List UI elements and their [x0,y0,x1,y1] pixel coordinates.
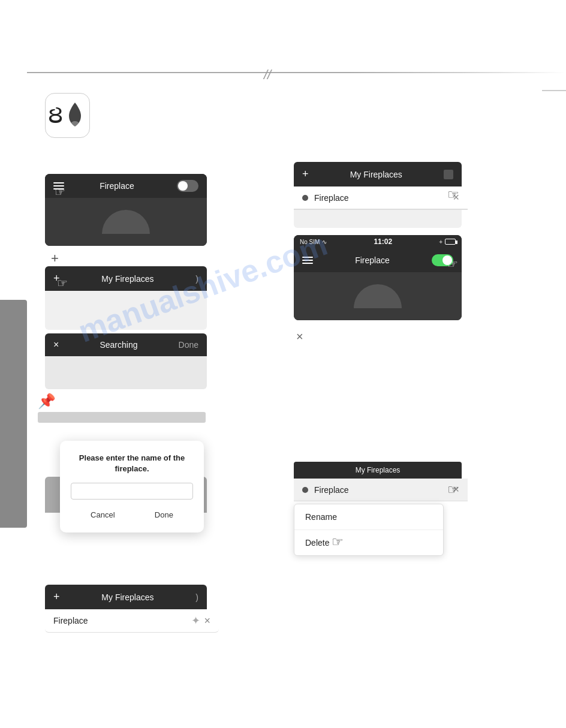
cursor-on-hamburger: ☞ [55,185,65,199]
searching-panel: × Searching Done [45,333,219,389]
semicircle-top [102,210,150,234]
cursor-on-br-fp-close: ☞ [447,482,459,498]
right-mf-panel-top: + My Fireplaces Fireplace × ☞ [294,162,468,228]
right-hamburger[interactable] [302,257,313,264]
battery-icon [445,239,456,245]
fireplace-loading-name: Fireplace [53,616,191,625]
bottom-right-fp-item[interactable]: Fireplace × [294,479,468,501]
mf-plus-btn-2[interactable]: + [53,591,60,603]
delete-menu-item[interactable]: Delete ☞ [294,530,443,555]
partial-mf-title: My Fireplaces [302,466,453,474]
context-menu-wrapper: Rename Delete ☞ [294,504,468,556]
right-mf-corner [444,170,453,179]
semicircle-right [354,284,402,308]
right-phone-time: 11:02 [327,237,439,246]
cursor-on-delete: ☞ [332,534,344,550]
right-status-bar: No SIM ∿ 11:02 + [294,235,462,248]
add-fireplace-button[interactable]: + [51,251,59,266]
cursor-on-fp-close: ☞ [447,187,459,203]
dialog-wrapper: Please enter the name of the fireplace. … [45,441,219,533]
right-column: + My Fireplaces Fireplace × ☞ No SIM ∿ 1… [294,162,468,344]
slash-decoration: // [264,67,271,83]
right-mf-title: My Fireplaces [309,170,444,179]
anchor-icon: 📌 [38,393,56,409]
mf-title-2: My Fireplaces [60,592,196,602]
anchor-area: 📌 [38,393,219,423]
right-phone-header: Fireplace ☞ [294,248,462,272]
wifi-icon: ∿ [322,239,327,245]
delete-label: Delete [305,538,329,547]
fireplace-list-empty-1 [45,291,207,330]
right-fp-list: Fireplace × [294,186,468,210]
flame-icon: Ȣ [48,103,63,128]
phone-title: Fireplace [57,181,177,191]
fireplace-name-input[interactable] [71,483,193,500]
cursor-on-plus: ☞ [57,276,68,290]
right-mf-plus[interactable]: + [302,168,309,181]
right-fp-item-1[interactable]: Fireplace × [294,186,468,209]
partial-mf-bar: My Fireplaces [294,462,462,479]
bottom-right-section: My Fireplaces Fireplace × ☞ Rename Delet… [294,462,468,556]
standalone-close-btn[interactable]: × [296,330,303,343]
dialog-cancel-btn[interactable]: Cancel [85,508,121,522]
rename-menu-item[interactable]: Rename [294,504,443,530]
my-fireplaces-panel-2: + My Fireplaces ) Fireplace ✦ × [45,585,219,633]
fireplace-item-loading[interactable]: Fireplace ✦ × [45,609,219,633]
loading-spinner: ✦ [191,614,200,627]
dialog-title: Please enter the name of the fireplace. [71,453,193,474]
mf-title-1: My Fireplaces [60,274,196,284]
grey-bar [38,412,206,423]
context-menu: Rename Delete ☞ [294,504,444,556]
searching-close-btn[interactable]: × [53,339,59,350]
right-list-bottom [294,210,462,228]
app-icon[interactable]: Ȣ [45,93,90,138]
toggle-switch-top[interactable] [177,180,198,192]
search-results-area [45,356,207,389]
right-phone-body [294,272,462,320]
right-fp-dot [302,195,308,201]
top-right-line [542,90,566,91]
right-phone-area: No SIM ∿ 11:02 + Fireplace ☞ [294,235,468,320]
mf-paren-1: ) [195,274,198,284]
top-border [27,72,566,73]
right-phone-title: Fireplace [313,255,432,265]
side-tab [0,300,27,528]
bottom-left-section: + My Fireplaces ) Fireplace ✦ × [45,585,219,636]
right-phone-screen: No SIM ∿ 11:02 + Fireplace ☞ [294,235,462,320]
bottom-right-fp-list: Fireplace × [294,479,468,501]
dialog-box: Please enter the name of the fireplace. … [60,441,204,533]
bottom-right-fp-name: Fireplace [314,485,453,495]
dialog-buttons: Cancel Done [71,508,193,522]
my-fireplaces-panel-1: + ☞ My Fireplaces ) [45,266,219,330]
bottom-right-fp-dot [302,487,308,493]
my-fireplaces-bar-2: + My Fireplaces ) [45,585,207,609]
no-sim-text: No SIM [300,239,320,245]
cursor-on-toggle: ☞ [447,257,458,271]
phone-header: ☞ Fireplace [45,174,207,198]
right-fp-name: Fireplace [314,193,453,203]
phone-body-top [45,198,207,246]
standalone-close-area: × [296,330,468,344]
fireplace-loading-close[interactable]: × [204,615,210,627]
searching-title: Searching [59,340,178,350]
searching-done-btn[interactable]: Done [179,340,198,350]
dialog-done-btn[interactable]: Done [149,508,179,522]
phone-screen-top: ☞ Fireplace [45,174,207,246]
searching-bar: × Searching Done [45,333,207,356]
flame-svg [63,101,87,130]
svg-point-0 [71,121,79,127]
my-fireplaces-bar-1: + ☞ My Fireplaces ) [45,266,207,291]
right-mf-bar: + My Fireplaces [294,162,462,186]
mf-paren-2: ) [195,592,198,602]
battery-area: + [439,239,456,245]
left-column: ☞ Fireplace + + ☞ My Fireplaces ) × Sear… [45,174,219,533]
